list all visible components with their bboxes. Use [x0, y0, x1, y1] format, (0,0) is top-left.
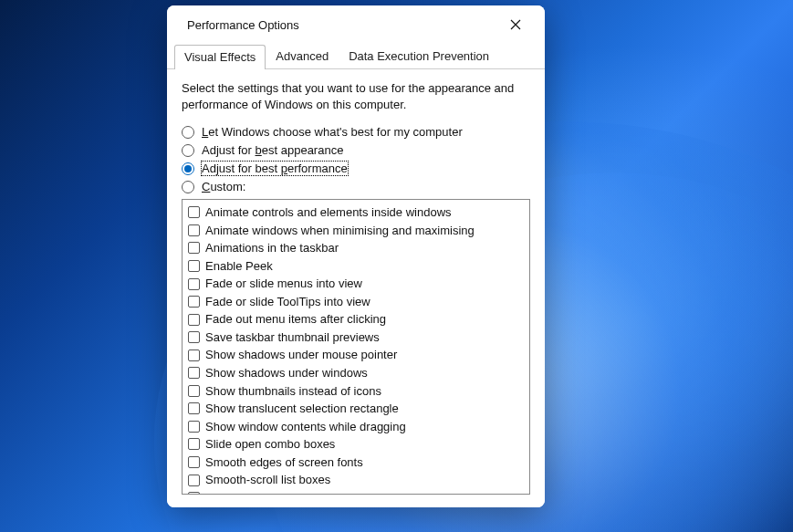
checkbox[interactable] [188, 224, 200, 236]
checkbox-label: Smooth edges of screen fonts [205, 454, 363, 471]
checkbox-label: Save taskbar thumbnail previews [205, 329, 380, 346]
checkbox[interactable] [188, 402, 200, 414]
list-item[interactable]: Enable Peek [186, 257, 526, 276]
checkbox[interactable] [188, 260, 200, 272]
dialog-title: Performance Options [187, 18, 299, 32]
list-item[interactable]: Show thumbnails instead of icons [186, 382, 526, 401]
list-item[interactable]: Save taskbar thumbnail previews [186, 329, 526, 347]
checkbox-label: Show shadows under mouse pointer [205, 347, 397, 363]
list-item[interactable]: Fade or slide menus into view [186, 275, 526, 293]
radio-indicator [182, 126, 194, 139]
close-icon [510, 19, 521, 30]
checkbox[interactable] [188, 475, 200, 486]
checkbox[interactable] [188, 331, 200, 343]
radio-option[interactable]: Custom: [182, 180, 530, 193]
radio-option[interactable]: Adjust for best appearance [182, 143, 530, 157]
checkbox[interactable] [188, 296, 200, 308]
intro-text: Select the settings that you want to use… [182, 80, 530, 112]
radio-indicator [182, 162, 194, 175]
list-item[interactable]: Animate windows when minimising and maxi… [186, 222, 526, 240]
checkbox[interactable] [188, 367, 200, 379]
close-button[interactable] [496, 11, 536, 38]
checkbox-label: Show window contents while dragging [205, 419, 406, 435]
list-item[interactable]: Show shadows under windows [186, 364, 526, 382]
checkbox[interactable] [188, 242, 200, 254]
radio-label: Adjust for best performance [202, 162, 348, 175]
list-item[interactable]: Animate controls and elements inside win… [186, 203, 526, 222]
checkbox[interactable] [188, 278, 200, 290]
checkbox[interactable] [188, 456, 200, 468]
radio-label: Custom: [202, 180, 245, 193]
tab-data-execution-prevention[interactable]: Data Execution Prevention [339, 44, 499, 68]
list-item[interactable]: Use drop shadows for icon labels on the … [186, 489, 526, 495]
checkbox[interactable] [188, 421, 200, 433]
checkbox-label: Slide open combo boxes [205, 436, 335, 453]
checkbox-label: Animate controls and elements inside win… [205, 204, 452, 221]
checkbox-label: Show thumbnails instead of icons [205, 383, 381, 400]
checkbox-label: Fade or slide ToolTips into view [205, 294, 370, 310]
checkbox[interactable] [188, 492, 200, 495]
checkbox[interactable] [188, 438, 200, 450]
checkbox-label: Fade out menu items after clicking [205, 311, 386, 328]
checkbox-label: Fade or slide menus into view [205, 276, 362, 292]
checkbox[interactable] [188, 349, 200, 361]
checkbox[interactable] [188, 314, 200, 326]
checkbox-label: Animate windows when minimising and maxi… [205, 223, 475, 239]
checkbox[interactable] [188, 385, 200, 397]
tab-label: Visual Effects [184, 50, 256, 64]
checkbox-label: Use drop shadows for icon labels on the … [205, 490, 461, 495]
list-item[interactable]: Animations in the taskbar [186, 239, 526, 257]
list-item[interactable]: Smooth-scroll list boxes [186, 471, 526, 489]
tab-label: Advanced [276, 49, 329, 63]
list-item[interactable]: Smooth edges of screen fonts [186, 454, 526, 472]
preset-radio-group: Let Windows choose what's best for my co… [182, 125, 530, 193]
checkbox-label: Animations in the taskbar [205, 240, 339, 256]
checkbox-label: Show shadows under windows [205, 365, 368, 381]
list-item[interactable]: Fade out menu items after clicking [186, 310, 526, 329]
list-item[interactable]: Fade or slide ToolTips into view [186, 293, 526, 311]
visual-effects-listbox[interactable]: Animate controls and elements inside win… [182, 199, 530, 495]
checkbox-label: Enable Peek [205, 258, 273, 275]
checkbox-label: Smooth-scroll list boxes [205, 472, 330, 488]
radio-option[interactable]: Adjust for best performance [182, 162, 530, 175]
tab-label: Data Execution Prevention [349, 49, 489, 63]
list-item[interactable]: Slide open combo boxes [186, 435, 526, 454]
radio-option[interactable]: Let Windows choose what's best for my co… [182, 125, 530, 139]
radio-indicator [182, 144, 194, 157]
checkbox-label: Show translucent selection rectangle [205, 401, 399, 417]
radio-label: Let Windows choose what's best for my co… [202, 125, 463, 139]
radio-label: Adjust for best appearance [202, 143, 343, 157]
list-item[interactable]: Show shadows under mouse pointer [186, 346, 526, 364]
tab-content: Select the settings that you want to use… [167, 69, 545, 507]
performance-options-dialog: Performance Options Visual Effects Advan… [167, 5, 545, 507]
list-item[interactable]: Show window contents while dragging [186, 418, 526, 436]
titlebar: Performance Options [167, 5, 545, 44]
radio-indicator [182, 181, 194, 193]
tab-visual-effects[interactable]: Visual Effects [174, 45, 266, 69]
list-item[interactable]: Show translucent selection rectangle [186, 400, 526, 418]
tab-advanced[interactable]: Advanced [266, 44, 339, 68]
checkbox[interactable] [188, 206, 200, 218]
tabstrip: Visual Effects Advanced Data Execution P… [167, 44, 545, 69]
